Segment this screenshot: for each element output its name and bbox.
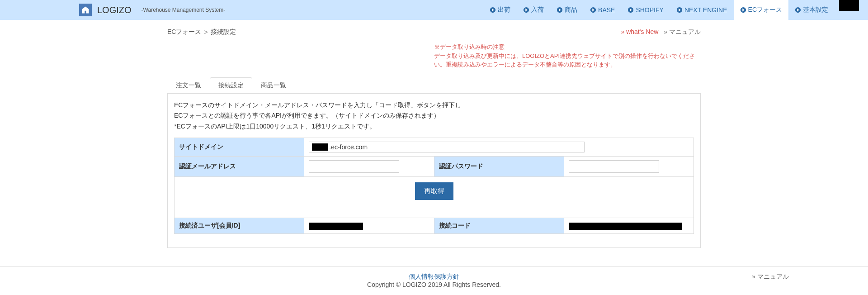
conn-code-value xyxy=(569,223,682,230)
instr-line1: ECフォースのサイトドメイン・メールアドレス・パスワードを入力し「コード取得」ボ… xyxy=(174,100,694,111)
conn-code-label: 接続コード xyxy=(434,218,564,234)
nav-label: 入荷 xyxy=(531,6,544,14)
user-menu[interactable] xyxy=(839,0,859,11)
privacy-link[interactable]: 個人情報保護方針 xyxy=(409,273,459,280)
breadcrumb-sep: > xyxy=(204,29,208,36)
brand-subtitle: -Warehouse Management System- xyxy=(142,7,226,13)
brand[interactable]: LOGIZO -Warehouse Management System- xyxy=(79,4,225,16)
nav-item-ecforce[interactable]: ECフォース xyxy=(734,0,788,20)
nav-label: 商品 xyxy=(565,6,577,14)
chevron-right-icon xyxy=(795,7,801,13)
chevron-right-icon xyxy=(740,7,746,13)
nav-label: BASE xyxy=(598,6,615,14)
footer-manual-link[interactable]: » マニュアル xyxy=(752,273,789,281)
button-row: 再取得 xyxy=(174,177,694,205)
nav-label: 基本設定 xyxy=(803,6,828,14)
instr-line3: *ECフォースのAPI上限は1日10000リクエスト、1秒1リクエストです。 xyxy=(174,121,694,132)
connected-user-label: 接続済ユーザ[会員ID] xyxy=(175,218,304,234)
footer: 個人情報保護方針 Copyright © LOGIZO 2019 All Rig… xyxy=(0,266,868,295)
warning-notice: ※データ取り込み時の注意 データ取り込み及び更新中には、LOGIZOとAPI連携… xyxy=(434,43,701,69)
nav-label: 出荷 xyxy=(498,6,510,14)
status-table: 接続済ユーザ[会員ID] 接続コード xyxy=(174,205,694,234)
chevron-right-icon xyxy=(490,7,496,13)
nav-item-products[interactable]: 商品 xyxy=(550,0,584,20)
tab-products[interactable]: 商品一覧 xyxy=(252,77,295,93)
nav-item-shipping[interactable]: 出荷 xyxy=(483,0,517,20)
navbar: LOGIZO -Warehouse Management System- 出荷 … xyxy=(0,0,868,20)
nav-label: SHOPIFY xyxy=(636,6,663,14)
domain-label: サイトドメイン xyxy=(175,138,304,156)
breadcrumb-b: 接続設定 xyxy=(211,28,236,36)
instr-line2: ECフォースとの認証を行う事で各APIが利用できます。（サイトドメインのみ保存さ… xyxy=(174,110,694,121)
connected-user-value xyxy=(309,223,363,230)
logo-icon xyxy=(79,4,92,16)
nav-label: NEXT ENGINE xyxy=(684,6,727,14)
nav-items: 出荷 入荷 商品 BASE SHOPIFY NEXT ENGINE ECフォース… xyxy=(483,0,863,20)
password-label: 認証パスワード xyxy=(434,156,564,176)
form-table: サイトドメイン .ec-force.com 認証メールアドレス 認証パスワード xyxy=(174,138,694,177)
domain-suffix: .ec-force.com xyxy=(329,143,368,151)
tab-connection[interactable]: 接続設定 xyxy=(210,77,252,93)
nav-item-receiving[interactable]: 入荷 xyxy=(517,0,550,20)
chevron-right-icon xyxy=(557,7,563,13)
nav-item-shopify[interactable]: SHOPIFY xyxy=(621,0,670,20)
main-container: ECフォース > 接続設定 » what's New » マニュアル ※データ取… xyxy=(160,20,708,266)
nav-item-nextengine[interactable]: NEXT ENGINE xyxy=(670,0,734,20)
breadcrumb-a: ECフォース xyxy=(167,28,201,36)
chevron-right-icon xyxy=(627,7,634,13)
instructions: ECフォースのサイトドメイン・メールアドレス・パスワードを入力し「コード取得」ボ… xyxy=(174,100,694,132)
notice-line2: データ取り込み及び更新中には、LOGIZOとAPI連携先ウェブサイトで別の操作を… xyxy=(434,52,701,69)
notice-line1: ※データ取り込み時の注意 xyxy=(434,43,701,52)
chevron-right-icon xyxy=(523,7,529,13)
whatsnew-link[interactable]: » what's New xyxy=(621,28,658,36)
tabs: 注文一覧 接続設定 商品一覧 xyxy=(167,77,701,93)
password-field[interactable] xyxy=(569,160,659,173)
nav-item-base[interactable]: BASE xyxy=(584,0,621,20)
tab-orders[interactable]: 注文一覧 xyxy=(167,77,210,93)
chevron-right-icon xyxy=(590,7,596,13)
panel: ECフォースのサイトドメイン・メールアドレス・パスワードを入力し「コード取得」ボ… xyxy=(167,93,701,248)
email-field[interactable] xyxy=(309,160,399,173)
reacquire-button[interactable]: 再取得 xyxy=(415,182,453,200)
manual-link[interactable]: » マニュアル xyxy=(664,28,701,36)
email-label: 認証メールアドレス xyxy=(175,156,304,176)
domain-value-redacted xyxy=(312,143,328,151)
header-links: » what's New » マニュアル xyxy=(621,28,701,36)
nav-label: ECフォース xyxy=(748,6,782,14)
nav-item-settings[interactable]: 基本設定 xyxy=(788,0,835,20)
brand-name: LOGIZO xyxy=(97,5,132,15)
copyright: Copyright © LOGIZO 2019 All Rights Reser… xyxy=(367,281,501,288)
breadcrumb-row: ECフォース > 接続設定 » what's New » マニュアル xyxy=(167,28,701,36)
chevron-right-icon xyxy=(676,7,683,13)
